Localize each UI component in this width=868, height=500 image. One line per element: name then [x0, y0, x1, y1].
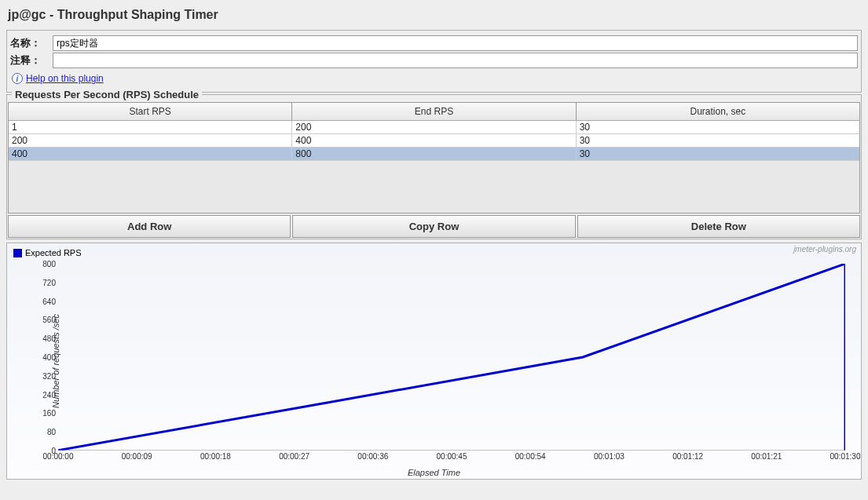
chart-legend: Expected RPS: [13, 248, 82, 257]
table-cell[interactable]: 1: [9, 121, 292, 134]
y-tick: 640: [35, 297, 56, 305]
y-tick: 160: [35, 409, 56, 418]
x-tick: 00:01:30: [830, 452, 861, 461]
table-cell[interactable]: 200: [9, 134, 292, 148]
x-tick: 00:00:00: [43, 452, 74, 461]
col-end-rps[interactable]: End RPS: [292, 103, 576, 120]
chart-xlabel: Elapsed Time: [408, 468, 460, 477]
table-row[interactable]: 40080030: [9, 148, 859, 161]
y-tick: 80: [35, 428, 56, 436]
page-title: jp@gc - Throughput Shaping Timer: [6, 3, 862, 30]
x-tick: 00:00:45: [437, 452, 467, 461]
table-row[interactable]: 20040030: [9, 134, 859, 148]
col-start-rps[interactable]: Start RPS: [9, 103, 292, 120]
delete-row-button[interactable]: Delete Row: [577, 215, 860, 238]
schedule-table[interactable]: Start RPS End RPS Duration, sec 12003020…: [8, 102, 860, 214]
y-tick: 800: [35, 260, 56, 268]
table-cell[interactable]: 30: [577, 148, 859, 161]
table-cell[interactable]: 400: [292, 134, 576, 148]
x-tick: 00:00:36: [357, 452, 388, 461]
comment-input[interactable]: [53, 53, 858, 68]
y-tick: 240: [35, 390, 56, 399]
legend-label: Expected RPS: [25, 248, 82, 257]
schedule-table-head: Start RPS End RPS Duration, sec: [9, 103, 859, 121]
legend-swatch: [13, 249, 22, 257]
x-tick: 00:01:03: [594, 452, 624, 461]
add-row-button[interactable]: Add Row: [8, 215, 291, 238]
x-tick: 00:00:27: [279, 452, 309, 461]
schedule-group-title: Requests Per Second (RPS) Schedule: [12, 89, 202, 100]
table-cell[interactable]: 200: [292, 121, 576, 134]
name-input[interactable]: [53, 35, 858, 51]
table-cell[interactable]: 30: [577, 134, 859, 148]
form-area: 名称： 注释： i Help on this plugin: [6, 30, 862, 93]
comment-label: 注释：: [10, 53, 49, 68]
chart: jmeter-plugins.org Expected RPS Number o…: [6, 243, 862, 480]
copy-row-button[interactable]: Copy Row: [292, 215, 575, 238]
x-tick: 00:00:18: [200, 452, 231, 461]
name-label: 名称：: [10, 36, 49, 50]
table-cell[interactable]: 800: [292, 148, 576, 161]
col-duration[interactable]: Duration, sec: [577, 103, 859, 120]
chart-watermark: jmeter-plugins.org: [793, 245, 856, 254]
x-tick: 00:00:54: [515, 452, 546, 461]
table-row[interactable]: 120030: [9, 121, 859, 134]
x-tick: 00:01:21: [751, 452, 782, 461]
plot-area: [58, 264, 845, 451]
info-icon: i: [12, 73, 23, 84]
schedule-table-body[interactable]: 1200302004003040080030: [9, 121, 859, 213]
x-tick: 00:01:12: [672, 452, 703, 461]
help-link[interactable]: Help on this plugin: [26, 73, 104, 84]
schedule-group: Requests Per Second (RPS) Schedule Start…: [6, 94, 862, 239]
table-cell[interactable]: 400: [9, 148, 292, 161]
y-tick: 720: [35, 278, 56, 286]
table-cell[interactable]: 30: [577, 121, 859, 134]
y-tick: 320: [35, 371, 56, 380]
y-tick: 400: [35, 353, 56, 362]
x-tick: 00:00:09: [122, 452, 152, 461]
y-tick: 560: [35, 316, 56, 324]
y-tick: 480: [35, 334, 56, 343]
